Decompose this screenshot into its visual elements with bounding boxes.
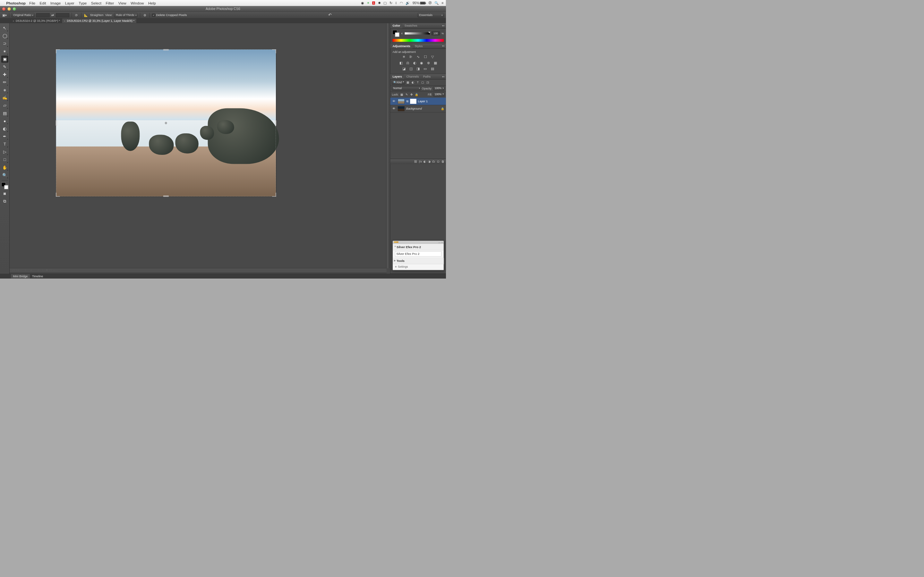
brush-tool[interactable]: ✏	[1, 79, 8, 85]
vertical-scrollbar[interactable]	[387, 23, 391, 268]
evernote-icon[interactable]: ✶	[367, 1, 370, 5]
healing-brush-tool[interactable]: ✚	[1, 71, 8, 78]
menu-edit[interactable]: Edit	[40, 1, 46, 5]
k-slider[interactable]	[405, 32, 430, 35]
close-window-button[interactable]	[2, 7, 6, 11]
threshold-icon[interactable]: ◨	[416, 67, 420, 71]
airplay-icon[interactable]: ▢	[383, 1, 387, 5]
lock-all-icon[interactable]: 🔒	[415, 93, 418, 97]
minimize-window-button[interactable]	[7, 7, 11, 11]
crop-width-input[interactable]	[36, 13, 50, 17]
opacity-input[interactable]: 100%	[433, 87, 444, 91]
filter-shape-icon[interactable]: ▢	[421, 81, 425, 84]
dodge-tool[interactable]: ◐	[1, 125, 8, 132]
color-balance-icon[interactable]: ⚖	[405, 61, 410, 65]
channel-mixer-icon[interactable]: ⊕	[426, 61, 431, 65]
menu-file[interactable]: File	[29, 1, 35, 5]
settings-row[interactable]: ≡ Settings	[393, 264, 443, 270]
delete-layer-icon[interactable]: 🗑	[441, 160, 444, 163]
selective-color-icon[interactable]: ▤	[430, 67, 435, 71]
menu-help[interactable]: Help	[148, 1, 156, 5]
lasso-tool[interactable]: ⊃	[1, 40, 8, 47]
menu-layer[interactable]: Layer	[65, 1, 74, 5]
volume-icon[interactable]: 🔊	[405, 1, 410, 5]
app-name[interactable]: Photoshop	[6, 1, 25, 5]
close-panel-icon[interactable]: ×	[441, 241, 443, 243]
menu-type[interactable]: Type	[79, 1, 87, 5]
hand-tool[interactable]: ✋	[1, 164, 8, 171]
panel-menu-icon[interactable]: ▾≡	[441, 24, 446, 27]
mac-menubar[interactable]: Photoshop File Edit Image Layer Type Sel…	[0, 0, 446, 6]
straighten-icon[interactable]: 📐	[84, 13, 88, 17]
tab-layers[interactable]: Layers	[391, 74, 404, 79]
quick-mask-tool[interactable]: ◙	[1, 190, 8, 197]
crop-handle-l[interactable]	[56, 120, 57, 125]
minimize-panel-icon[interactable]: —	[438, 241, 441, 243]
close-tab-icon[interactable]: ×	[13, 19, 15, 23]
preset-input[interactable]: Silver Efex Pro 2	[395, 251, 441, 256]
sync-icon[interactable]: ◉	[361, 1, 364, 5]
filter-adjust-icon[interactable]: ◐	[411, 81, 415, 84]
timemachine-icon[interactable]: ↻	[389, 1, 393, 5]
crop-handle-br[interactable]	[272, 193, 276, 197]
mask-thumbnail[interactable]	[410, 99, 416, 103]
crop-tool-icon[interactable]: ▣▾	[2, 13, 7, 17]
tools-section[interactable]: ▶ Tools	[393, 258, 443, 264]
tab-channels[interactable]: Channels	[404, 74, 421, 79]
layer-filter-kind[interactable]: 🔍Kind	[392, 80, 405, 84]
layer-thumbnail[interactable]	[398, 106, 405, 111]
clone-stamp-tool[interactable]: ⎈	[1, 87, 8, 93]
panel-grip[interactable]	[394, 242, 398, 243]
bw-icon[interactable]: ◐	[413, 61, 417, 65]
rotate-icon[interactable]: ⟳	[74, 13, 79, 17]
curves-icon[interactable]: ∿	[416, 55, 420, 59]
document-tab-2[interactable]: × D53U5324.CR2 @ 33,3% (Layer 1, Layer M…	[62, 19, 136, 23]
blur-tool[interactable]: ●	[1, 118, 8, 124]
wifi-icon[interactable]: ◠	[400, 1, 403, 5]
levels-icon[interactable]: ⊪	[409, 55, 413, 59]
delete-cropped-checkbox[interactable]: ✓ Delete Cropped Pixels	[152, 13, 187, 17]
type-tool[interactable]: T	[1, 141, 8, 147]
crop-handle-b[interactable]	[163, 195, 168, 197]
straighten-label[interactable]: Straighten	[90, 13, 103, 17]
tab-paths[interactable]: Paths	[421, 74, 433, 79]
lock-transparency-icon[interactable]: ▩	[400, 93, 404, 97]
crop-handle-tr[interactable]	[272, 49, 276, 53]
layer-name[interactable]: Background	[406, 107, 422, 111]
new-layer-icon[interactable]: 🗋	[437, 160, 440, 163]
color-lookup-icon[interactable]: ▦	[433, 61, 438, 65]
link-layers-icon[interactable]: ⛓	[414, 160, 417, 163]
silver-efex-panel[interactable]: — × ▼ Silver Efex Pro 2 Silver Efex Pro …	[393, 241, 444, 270]
layer-name[interactable]: Layer 1	[418, 100, 428, 103]
filter-smart-icon[interactable]: ◳	[426, 81, 430, 84]
window-titlebar[interactable]: Adobe Photoshop CS6	[0, 6, 446, 11]
magic-wand-tool[interactable]: ✶	[1, 48, 8, 55]
crop-handle-r[interactable]	[275, 120, 276, 125]
posterize-icon[interactable]: ◫	[409, 67, 413, 71]
screen-mode-tool[interactable]: ⧉	[1, 198, 8, 205]
hue-sat-icon[interactable]: ◧	[399, 61, 403, 65]
close-tab-icon[interactable]: ×	[64, 19, 65, 23]
lock-position-icon[interactable]: ✥	[410, 93, 414, 97]
document-image[interactable]: ⊕	[56, 49, 276, 196]
tab-mini-bridge[interactable]: Mini Bridge	[11, 274, 30, 279]
tab-styles[interactable]: Styles	[413, 44, 425, 49]
exposure-icon[interactable]: ☐	[423, 55, 427, 59]
vibrance-icon[interactable]: ▽	[430, 55, 435, 59]
tab-adjustments[interactable]: Adjustments	[391, 44, 413, 49]
layer-row-layer1[interactable]: 👁 ⛓ Layer 1	[391, 98, 446, 105]
menu-view[interactable]: View	[118, 1, 126, 5]
tab-timeline[interactable]: Timeline	[30, 274, 45, 279]
gradient-tool[interactable]: ▤	[1, 110, 8, 117]
panel-menu-icon[interactable]: ▾≡	[441, 45, 446, 47]
tab-swatches[interactable]: Swatches	[402, 23, 419, 28]
crop-height-input[interactable]	[56, 13, 69, 17]
blend-mode-select[interactable]: Normal	[392, 87, 421, 91]
new-group-icon[interactable]: 🗀	[432, 160, 435, 163]
reset-crop-icon[interactable]: ↶	[328, 13, 332, 18]
tab-color[interactable]: Color	[391, 23, 402, 28]
history-brush-tool[interactable]: ✍	[1, 94, 8, 101]
panel-menu-icon[interactable]: ▾≡	[441, 75, 446, 78]
visibility-icon[interactable]: 👁	[392, 99, 396, 103]
compass-icon[interactable]: ⦿	[428, 1, 432, 5]
